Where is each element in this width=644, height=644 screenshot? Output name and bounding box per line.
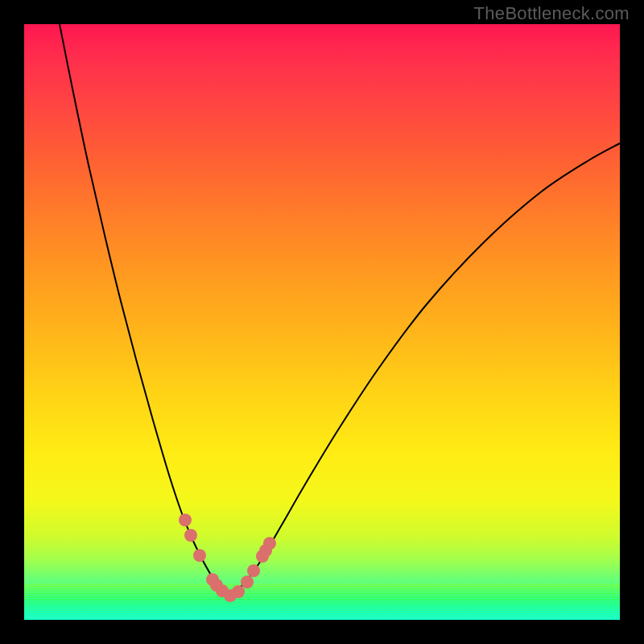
marker-dot (232, 585, 245, 598)
marker-dot (247, 564, 260, 577)
marker-dot (179, 514, 192, 526)
marker-dot (193, 549, 206, 562)
curve-layer (24, 24, 620, 620)
green-band (24, 584, 620, 620)
marker-dot (241, 576, 254, 588)
marker-dot (184, 529, 197, 542)
chart-frame: TheBottleneck.com (0, 0, 644, 644)
marker-dot (263, 537, 276, 550)
right-curve (229, 143, 620, 596)
curve-markers (179, 514, 276, 602)
attribution-text: TheBottleneck.com (474, 3, 630, 24)
left-curve (60, 24, 229, 596)
plot-area (24, 24, 620, 620)
